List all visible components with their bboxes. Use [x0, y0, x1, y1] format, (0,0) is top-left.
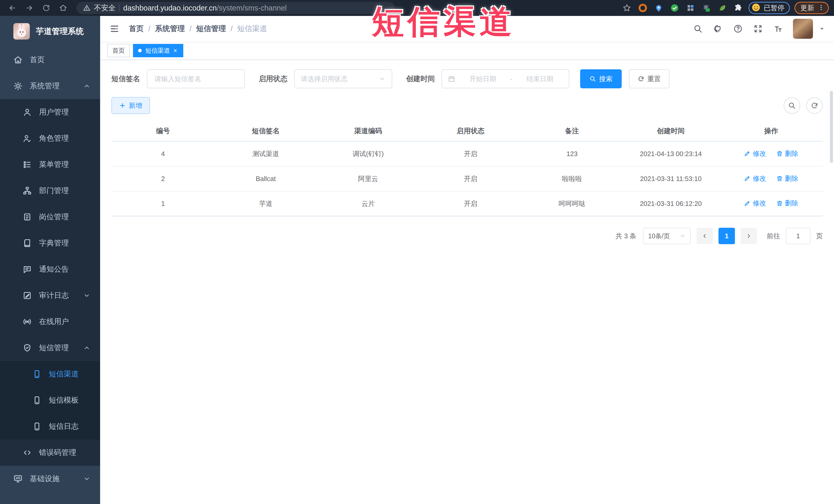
font-size-icon[interactable]	[773, 24, 783, 34]
sidebar-item-menus[interactable]: 菜单管理	[0, 152, 100, 178]
header-search-icon[interactable]	[693, 24, 703, 34]
notice-icon	[23, 265, 32, 274]
breadcrumb-home[interactable]: 首页	[129, 24, 144, 34]
user-avatar[interactable]	[793, 19, 813, 39]
table-row[interactable]: 1 芋道 云片 开启 呵呵呵哒 2021-03-31 06:12:20 修改 删…	[111, 192, 823, 216]
sidebar-item-label: 用户管理	[39, 107, 69, 117]
sidebar-item-departments[interactable]: 部门管理	[0, 178, 100, 204]
next-page-button[interactable]	[741, 228, 757, 244]
sidebar-item-system[interactable]: 系统管理	[0, 73, 100, 99]
bookmark-star-icon[interactable]	[621, 2, 633, 14]
security-label[interactable]: 不安全	[94, 3, 115, 13]
start-date-placeholder[interactable]: 开始日期	[460, 74, 506, 84]
end-date-placeholder[interactable]: 结束日期	[517, 74, 563, 84]
sidebar-item-label: 岗位管理	[39, 212, 69, 222]
breadcrumb-sms[interactable]: 短信管理	[196, 24, 226, 34]
browser-address-bar[interactable]: 不安全 dashboard.yudao.iocoder.cn/system/sm…	[76, 2, 395, 14]
pagination: 共 3 条 10条/页 1 前往 页	[111, 228, 823, 244]
breadcrumb-system[interactable]: 系统管理	[155, 24, 185, 34]
delete-label: 删除	[785, 199, 798, 208]
sidebar-item-sms-template[interactable]: 短信模板	[0, 387, 100, 413]
edit-link[interactable]: 修改	[744, 174, 766, 183]
cell-remark: 123	[522, 150, 622, 158]
goto-page-input[interactable]	[786, 228, 810, 244]
help-question-icon[interactable]	[733, 24, 743, 34]
reset-button-label: 重置	[648, 74, 661, 84]
close-icon[interactable]	[173, 48, 178, 53]
hamburger-icon[interactable]	[109, 23, 120, 35]
add-button[interactable]: 新增	[111, 97, 150, 114]
extensions-puzzle-icon[interactable]	[732, 2, 744, 14]
search-button[interactable]: 搜索	[580, 69, 622, 88]
browser-update-button[interactable]: 更新	[794, 2, 829, 14]
extension-orange-shield-icon[interactable]	[637, 2, 649, 14]
edit-link[interactable]: 修改	[744, 149, 766, 158]
extension-location-pin-icon[interactable]	[653, 2, 664, 14]
delete-link[interactable]: 删除	[776, 174, 798, 183]
sidebar-item-online-users[interactable]: 在线用户	[0, 309, 100, 335]
page-size-select[interactable]: 10条/页	[643, 228, 691, 244]
cell-id: 2	[111, 175, 215, 183]
tag-sms-channel[interactable]: 短信渠道	[133, 44, 183, 57]
tags-view-bar: 首页 短信渠道	[100, 42, 834, 60]
sidebar-logo[interactable]: 芋道管理系统	[0, 16, 100, 47]
delete-link[interactable]: 删除	[776, 149, 798, 158]
sidebar-item-sms-log[interactable]: 短信日志	[0, 413, 100, 440]
sidebar-item-infrastructure[interactable]: 基础设施	[0, 466, 100, 492]
delete-link[interactable]: 删除	[776, 199, 798, 208]
home-icon	[13, 55, 23, 64]
github-icon[interactable]	[713, 24, 723, 34]
col-header-id: 编号	[111, 126, 215, 136]
toggle-search-button[interactable]	[784, 97, 800, 114]
date-range-picker[interactable]: 开始日期 - 结束日期	[441, 69, 569, 88]
app-logo-rabbit	[13, 23, 30, 40]
edit-link[interactable]: 修改	[744, 199, 766, 208]
browser-reload-button[interactable]	[39, 2, 53, 14]
fullscreen-icon[interactable]	[753, 24, 763, 34]
page-number-1[interactable]: 1	[719, 228, 735, 244]
sidebar-item-roles[interactable]: 角色管理	[0, 125, 100, 152]
reset-button[interactable]: 重置	[629, 69, 670, 88]
browser-back-button[interactable]	[5, 2, 20, 14]
sidebar-item-sms-channel[interactable]: 短信渠道	[0, 361, 100, 387]
sidebar-filler	[0, 492, 100, 504]
sidebar-item-label: 字典管理	[39, 238, 69, 248]
sidebar-item-dictionary[interactable]: 字典管理	[0, 230, 100, 256]
sidebar-item-label: 系统管理	[30, 81, 60, 91]
browser-forward-button[interactable]	[22, 2, 37, 14]
browser-menu-icon[interactable]	[818, 4, 825, 12]
audit-log-icon	[23, 291, 32, 300]
sidebar-item-sms-management[interactable]: 短信管理	[0, 335, 100, 361]
page-url[interactable]: dashboard.yudao.iocoder.cn/system/sms-ch…	[123, 4, 287, 12]
extension-leaf-icon[interactable]	[717, 2, 728, 14]
extension-green-check-icon[interactable]	[669, 2, 680, 14]
search-form: 短信签名 启用状态 请选择启用状态 创建时间 开始日期 - 结束日期	[111, 69, 823, 88]
extension-list-gif-icon[interactable]	[701, 2, 712, 14]
content-scrollbar[interactable]	[830, 91, 833, 163]
status-select[interactable]: 请选择启用状态	[294, 69, 392, 88]
sidebar-item-home[interactable]: 首页	[0, 47, 100, 73]
sidebar-item-notices[interactable]: 通知公告	[0, 256, 100, 282]
refresh-table-button[interactable]	[806, 97, 823, 114]
table-row[interactable]: 2 Ballcat 阿里云 开启 啦啦啦 2021-03-31 11:53:10…	[111, 167, 823, 192]
gear-icon	[13, 81, 23, 91]
prev-page-button[interactable]	[697, 228, 713, 244]
sidebar-item-label: 在线用户	[39, 316, 69, 327]
cell-code: 阿里云	[317, 174, 419, 183]
profile-paused-badge[interactable]: 已暂停	[748, 2, 790, 14]
tag-home[interactable]: 首页	[107, 44, 130, 57]
sidebar-item-audit-log[interactable]: 审计日志	[0, 282, 100, 309]
sign-input[interactable]	[147, 69, 245, 88]
browser-home-button[interactable]	[56, 2, 70, 14]
sidebar-item-error-codes[interactable]: 错误码管理	[0, 440, 100, 466]
sidebar-item-posts[interactable]: 岗位管理	[0, 204, 100, 230]
caret-down-icon[interactable]	[818, 25, 825, 32]
sidebar-item-label: 短信模板	[49, 395, 79, 406]
breadcrumb-separator: /	[231, 25, 233, 33]
extension-grid-icon[interactable]	[685, 2, 696, 14]
table-row[interactable]: 4 测试渠道 调试(钉钉) 开启 123 2021-04-13 00:23:14…	[111, 142, 823, 167]
col-header-actions: 操作	[720, 126, 823, 136]
sidebar-item-users[interactable]: 用户管理	[0, 99, 100, 125]
chevron-down-icon	[379, 75, 386, 82]
infrastructure-icon	[13, 474, 23, 483]
